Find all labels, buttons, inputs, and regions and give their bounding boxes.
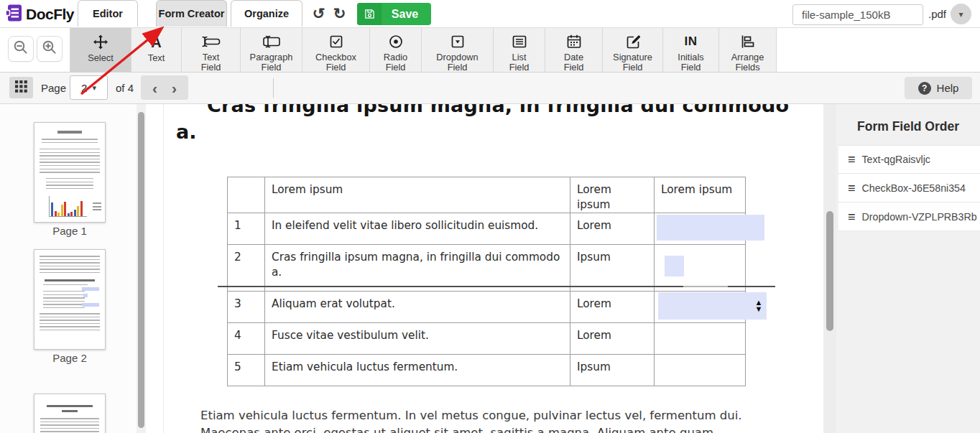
- paragraph-field-icon: [261, 32, 282, 51]
- document-area: Cras fringilla ipsum magna, in fringilla…: [146, 104, 836, 433]
- redo-button[interactable]: ↻: [330, 2, 349, 24]
- drag-handle-icon[interactable]: ≡: [848, 153, 856, 166]
- save-button[interactable]: Save: [357, 3, 431, 25]
- row-description: Cras fringilla ipsum magna, in fringilla…: [265, 245, 570, 292]
- tool-checkbox-field[interactable]: Checkbox Field: [302, 28, 370, 72]
- document-paragraph-line-1: Etiam vehicula luctus fermentum. In vel …: [200, 409, 757, 422]
- page-overview-button[interactable]: [9, 77, 33, 98]
- row-description: Etiam vehicula luctus fermentum.: [265, 355, 570, 386]
- arrange-fields-icon: [739, 32, 757, 51]
- selected-row-guide-line: [218, 286, 775, 287]
- grid-icon: [15, 80, 27, 96]
- radio-field-icon: [387, 32, 405, 51]
- top-bar: DocFly Editor Form Creator Organize ↺ ↻ …: [0, 0, 980, 28]
- signature-field-icon: [624, 32, 642, 51]
- tool-date-field[interactable]: Date Field: [545, 28, 603, 72]
- page-2-thumbnail[interactable]: [34, 249, 106, 350]
- page-number-select[interactable]: 2 ▾: [70, 75, 108, 100]
- drag-handle-icon[interactable]: ≡: [848, 210, 856, 223]
- row-value: Lorem: [570, 213, 655, 245]
- form-field-list: ≡ Text-qgRaisvljc ≡ CheckBox-J6E58ni354 …: [838, 145, 980, 231]
- page-1-thumbnail[interactable]: [34, 122, 106, 223]
- page-1-thumbnail-label: Page 1: [34, 225, 106, 237]
- page-2-thumbnail-label: Page 2: [34, 352, 106, 364]
- row-number: 5: [228, 355, 265, 386]
- next-page-button[interactable]: ›: [172, 80, 177, 96]
- magnifier-minus-icon: [12, 39, 29, 59]
- initials-field-icon: IN: [685, 32, 698, 51]
- move-icon: [92, 32, 109, 52]
- tool-list-field[interactable]: List Field: [494, 28, 545, 72]
- dropdown-form-field[interactable]: [658, 292, 767, 320]
- date-field-icon: [565, 32, 583, 51]
- tool-initials-field[interactable]: IN Initials Field: [663, 28, 719, 72]
- document-table: Lorem ipsum Lorem ipsum Lorem ipsum 1 In…: [227, 177, 746, 386]
- magnifier-plus-icon: [41, 39, 58, 59]
- checkbox-field-icon: [328, 32, 345, 51]
- file-menu-button[interactable]: ▾: [951, 4, 971, 24]
- tool-text-field[interactable]: Text Field: [182, 28, 241, 72]
- undo-icon: ↺: [313, 5, 325, 22]
- thumbnail-scrollbar[interactable]: [138, 112, 144, 428]
- tool-select[interactable]: Select: [70, 28, 131, 72]
- field-order-item-checkbox[interactable]: ≡ CheckBox-J6E58ni354: [838, 174, 980, 202]
- table-header-cell: [228, 177, 265, 213]
- save-floppy-icon: [357, 3, 382, 25]
- page-nav-buttons: ‹ ›: [141, 75, 188, 100]
- caret-down-icon: ▾: [92, 83, 96, 93]
- file-extension-label: .pdf: [928, 8, 946, 20]
- zoom-in-button[interactable]: [37, 36, 63, 62]
- current-page-value: 2: [81, 82, 87, 94]
- filename-input[interactable]: [792, 4, 923, 25]
- document-scrollbar[interactable]: [826, 211, 833, 331]
- tool-signature-field[interactable]: Signature Field: [603, 28, 663, 72]
- previous-page-button[interactable]: ‹: [152, 80, 157, 96]
- tool-paragraph-field[interactable]: Paragraph Field: [241, 28, 302, 72]
- row-number: 2: [228, 245, 265, 292]
- checkbox-form-field[interactable]: [665, 256, 684, 276]
- logo-text: DocFly: [26, 6, 74, 23]
- table-header-cell: Lorem ipsum: [655, 177, 746, 213]
- row-value: Ipsum: [570, 245, 655, 292]
- main-content: Page 1 Page 2 Cr: [0, 104, 980, 433]
- text-form-field[interactable]: [657, 215, 764, 241]
- mini-bar-chart: [49, 196, 87, 217]
- page-count-label: of 4: [116, 73, 134, 103]
- docfly-logo[interactable]: DocFly: [5, 4, 74, 25]
- row-value: Lorem: [570, 292, 655, 323]
- help-button[interactable]: ? Help: [905, 77, 972, 99]
- tool-radio-field[interactable]: Radio Field: [370, 28, 422, 72]
- tool-text[interactable]: A Text: [131, 28, 182, 72]
- text-field-icon: [200, 32, 222, 51]
- document-heading-line-1: Cras fringilla ipsum magna, in fringilla…: [207, 104, 789, 116]
- tab-form-creator[interactable]: Form Creator: [156, 0, 227, 27]
- row-number: 1: [228, 213, 265, 245]
- tab-editor[interactable]: Editor: [78, 0, 138, 27]
- drag-handle-icon[interactable]: ≡: [848, 182, 856, 195]
- row-description: Aliquam erat volutpat.: [265, 292, 570, 323]
- table-header-row: Lorem ipsum Lorem ipsum Lorem ipsum: [228, 177, 746, 213]
- help-label: Help: [937, 82, 959, 94]
- row-value: Lorem: [570, 323, 655, 355]
- dropdown-sort-arrows-icon: ▲▼: [752, 296, 766, 316]
- caret-down-icon: ▾: [958, 9, 963, 19]
- field-order-item-dropdown[interactable]: ≡ Dropdown-VZPLPRB3Rb: [838, 202, 980, 231]
- field-item-label: Text-qgRaisvljc: [862, 154, 930, 165]
- field-order-item-text[interactable]: ≡ Text-qgRaisvljc: [838, 145, 980, 174]
- page-3-thumbnail[interactable]: [34, 394, 106, 433]
- panel-title: Form Field Order: [836, 104, 980, 134]
- tab-organize[interactable]: Organize: [231, 0, 302, 27]
- list-field-icon: [511, 32, 528, 51]
- page-navigation-bar: Page 2 ▾ of 4 ‹ › ? Help: [0, 73, 980, 104]
- row-description: In eleifend velit vitae libero sollicitu…: [265, 213, 570, 245]
- undo-button[interactable]: ↺: [309, 2, 328, 24]
- pdf-page: Cras fringilla ipsum magna, in fringilla…: [163, 104, 831, 433]
- field-tools-group: Select A Text Text Field Paragraph Field…: [70, 28, 777, 72]
- tool-arrange-fields[interactable]: Arrange Fields: [719, 28, 777, 72]
- tool-dropdown-field[interactable]: Dropdown Field: [422, 28, 494, 72]
- zoom-out-button[interactable]: [8, 36, 34, 62]
- chevron-right-icon: ›: [172, 80, 177, 96]
- document-heading-line-2: a.: [176, 121, 196, 143]
- toolbar-divider: [273, 78, 274, 98]
- field-item-label: Dropdown-VZPLPRB3Rb: [862, 211, 977, 223]
